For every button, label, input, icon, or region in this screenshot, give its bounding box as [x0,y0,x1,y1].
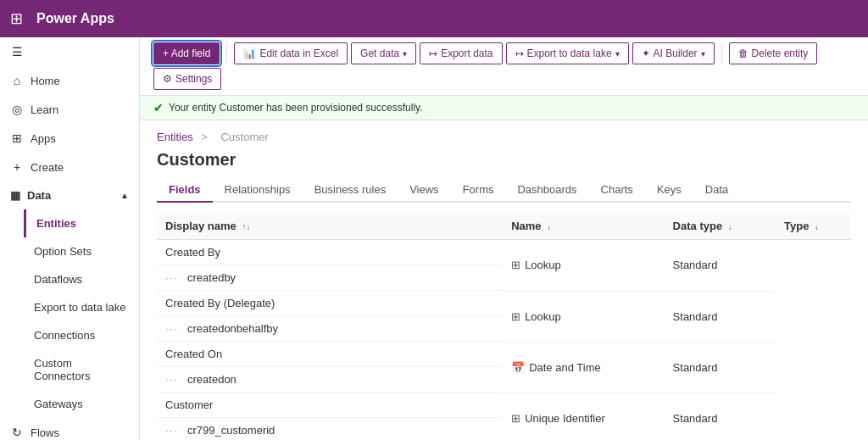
export-lake-icon: ↦ [515,47,524,59]
cell-type: Standard [665,240,776,292]
toolbar: + Add field 📊 Edit data in Excel Get dat… [140,37,868,96]
sidebar-item-dataflows[interactable]: Dataflows [24,265,139,293]
sidebar-item-create-label: Create [31,161,64,174]
edit-excel-button[interactable]: 📊 Edit data in Excel [234,42,348,64]
display-name-value: Created On [165,348,222,360]
col-type-label: Type [784,220,809,232]
main-content: + Add field 📊 Edit data in Excel Get dat… [140,37,868,440]
sidebar-item-data-label: Data [27,189,51,202]
ai-builder-button[interactable]: ✦ AI Builder ▾ [632,42,715,64]
col-type[interactable]: Type ↓ [776,213,851,240]
export-data-lake-button[interactable]: ↦ Export to data lake ▾ [506,42,629,64]
row-action-dots[interactable]: ··· [165,272,179,284]
edit-excel-icon: 📊 [243,47,256,59]
col-display-name-label: Display name [165,220,236,232]
content-area: Entities > Customer Customer Fields Rela… [140,120,868,440]
add-field-button[interactable]: + Add field [153,42,220,64]
page-title: Customer [157,150,851,170]
get-data-label: Get data [360,47,399,59]
table-row: Created By···createdby⊞LookupStandard [157,240,851,292]
toolbar-divider-2 [721,43,722,64]
get-data-chevron: ▾ [403,49,407,58]
cell-display-name: Created By (Delegate) [157,291,503,316]
tab-dashboards-label: Dashboards [517,183,576,196]
tab-forms-label: Forms [463,183,494,196]
sidebar-item-home[interactable]: ⌂ Home [0,66,139,95]
row-action-dots[interactable]: ··· [165,323,179,335]
tab-keys[interactable]: Keys [645,178,693,203]
app-title: Power Apps [36,11,114,26]
tab-fields-label: Fields [169,183,201,196]
data-type-value: Date and Time [529,361,601,374]
success-banner: ✔ Your entity Customer has been provisio… [140,96,868,120]
tab-fields[interactable]: Fields [157,178,213,203]
settings-button[interactable]: ⚙ Settings [153,68,221,90]
success-message: Your entity Customer has been provisione… [169,102,423,114]
ai-builder-chevron: ▾ [701,49,705,58]
cell-data-type: ⊞Unique Identifier [503,393,664,440]
sidebar-item-gateways[interactable]: Gateways [24,390,139,418]
ai-builder-toolbar-icon: ✦ [642,47,650,59]
settings-icon: ⚙ [163,73,172,85]
cell-display-name: Created By [157,240,503,265]
sidebar-item-connections[interactable]: Connections [24,321,139,349]
tab-charts[interactable]: Charts [589,178,645,203]
sidebar: ☰ ⌂ Home ◎ Learn ⊞ Apps + Create ▦ Data … [0,37,140,440]
sidebar-item-flows[interactable]: ↻ Flows [0,418,139,440]
cell-name: ···createdby [157,265,503,291]
tab-relationships[interactable]: Relationships [213,178,303,203]
sidebar-item-apps[interactable]: ⊞ Apps [0,124,139,153]
main-layout: ☰ ⌂ Home ◎ Learn ⊞ Apps + Create ▦ Data … [0,37,868,440]
sidebar-item-option-sets[interactable]: Option Sets [24,237,139,265]
cell-data-type: ⊞Lookup [503,240,664,292]
tab-data-label: Data [705,183,728,196]
tab-forms[interactable]: Forms [451,178,506,203]
data-icon: ▦ [10,189,20,202]
hamburger-icon: ☰ [10,45,24,58]
sidebar-hamburger[interactable]: ☰ [0,37,139,66]
sort-icon-type: ↓ [815,222,819,231]
tab-relationships-label: Relationships [225,183,291,196]
table-header-row: Display name ↑↓ Name ↓ Data type ↓ [157,213,851,240]
breadcrumb: Entities > Customer [157,131,851,143]
export-data-icon: ↦ [429,47,437,59]
data-type-value: Unique Identifier [525,412,605,425]
sidebar-item-export-data-lake[interactable]: Export to data lake [24,293,139,321]
sidebar-item-create[interactable]: + Create [0,153,139,181]
export-lake-label: Export to data lake [527,47,612,59]
name-value: createdby [187,271,236,284]
tab-business-rules[interactable]: Business rules [303,178,398,203]
breadcrumb-parent[interactable]: Entities [157,131,193,143]
learn-icon: ◎ [10,103,24,116]
export-lake-chevron: ▾ [615,49,620,58]
sidebar-item-custom-connectors[interactable]: Custom Connectors [24,349,139,390]
sidebar-item-data[interactable]: ▦ Data ▲ [0,181,139,209]
toolbar-divider-1 [226,43,227,64]
tab-views[interactable]: Views [398,178,450,203]
tab-dashboards[interactable]: Dashboards [505,178,588,203]
flows-icon: ↻ [10,426,24,439]
sidebar-gateways-label: Gateways [34,398,83,410]
col-name[interactable]: Name ↓ [503,213,664,240]
sidebar-item-learn[interactable]: ◎ Learn [0,95,139,124]
fields-table: Display name ↑↓ Name ↓ Data type ↓ [157,213,851,440]
data-type-icon: ⊞ [511,412,520,425]
sidebar-item-entities[interactable]: Entities [24,209,139,237]
row-action-dots[interactable]: ··· [165,374,179,386]
tab-keys-label: Keys [657,183,682,196]
col-display-name[interactable]: Display name ↑↓ [157,213,503,240]
get-data-button[interactable]: Get data ▾ [351,42,416,64]
name-value: createdon [187,373,236,386]
tab-data[interactable]: Data [693,178,740,203]
delete-entity-button[interactable]: 🗑 Delete entity [729,42,818,64]
col-data-type[interactable]: Data type ↓ [665,213,776,240]
data-type-icon: 📅 [511,361,525,374]
row-action-dots[interactable]: ··· [165,425,179,437]
export-data-button[interactable]: ↦ Export data [420,42,502,64]
delete-entity-label: Delete entity [752,47,809,59]
cell-display-name: Created On [157,342,503,367]
display-name-value: Customer [165,398,213,411]
top-bar: ⊞ Power Apps [0,0,868,37]
sidebar-flows-label: Flows [31,426,59,439]
cell-type: Standard [665,291,776,342]
